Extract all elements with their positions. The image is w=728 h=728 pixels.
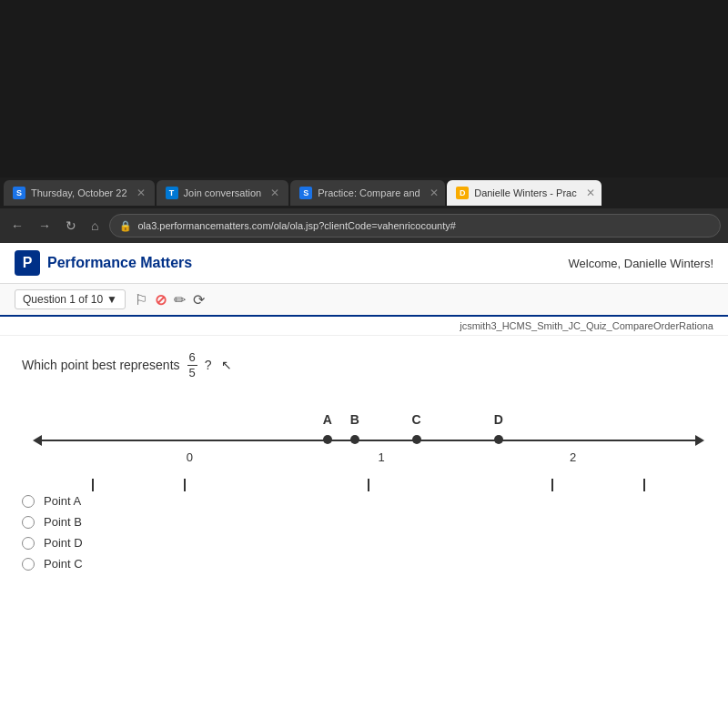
- no-icon[interactable]: ⊘: [155, 291, 167, 308]
- radio-1[interactable]: [22, 516, 35, 529]
- lock-icon: 🔒: [119, 220, 132, 232]
- flag-icon[interactable]: ⚐: [135, 291, 147, 308]
- question-text-after: ?: [205, 358, 212, 372]
- answer-label-1: Point B: [44, 515, 82, 529]
- question-counter[interactable]: Question 1 of 10 ▼: [15, 289, 126, 309]
- tab-3[interactable]: D Danielle Winters - Prac ✕: [447, 180, 602, 206]
- pm-logo: P Performance Matters: [15, 250, 192, 276]
- tab-0[interactable]: S Thursday, October 22 ✕: [4, 180, 155, 206]
- point-a-label: A: [323, 412, 332, 427]
- pm-logo-letter: P: [23, 255, 33, 271]
- answer-choice-0[interactable]: Point A: [22, 494, 706, 508]
- answer-choice-2[interactable]: Point D: [22, 536, 706, 550]
- fraction-denominator: 5: [187, 366, 197, 380]
- tab-close-2[interactable]: ✕: [430, 187, 439, 199]
- fraction: 6 5: [187, 350, 197, 379]
- forward-button[interactable]: →: [35, 217, 55, 235]
- tab-label-3: Danielle Winters - Prac: [474, 187, 576, 198]
- point-b-label: B: [350, 412, 359, 427]
- pm-welcome-text: Welcome, Danielle Winters!: [569, 257, 713, 270]
- question-bar: Question 1 of 10 ▼ ⚐ ⊘ ✏ ⟳: [0, 284, 728, 317]
- question-counter-arrow: ▼: [106, 293, 117, 306]
- point-d-dot: [494, 435, 503, 444]
- number-line-container: 0 1 2 A B C D: [22, 394, 706, 476]
- tab-close-0[interactable]: ✕: [136, 187, 146, 199]
- tick-label-1: 1: [378, 450, 384, 464]
- tick-4: [643, 479, 645, 491]
- pencil-icon[interactable]: ✏: [174, 291, 186, 308]
- browser-chrome: S Thursday, October 22 ✕ T Join conversa…: [0, 177, 728, 243]
- refresh-icon[interactable]: ⟳: [193, 291, 205, 308]
- answer-label-0: Point A: [44, 494, 81, 508]
- quiz-label: jcsmith3_HCMS_Smith_JC_Quiz_CompareOrder…: [0, 317, 728, 336]
- pm-logo-icon: P: [15, 250, 40, 276]
- address-text: ola3.performancematters.com/ola/ola.jsp?…: [137, 220, 455, 231]
- tab-icon-3: D: [456, 187, 469, 199]
- tab-2[interactable]: S Practice: Compare and ✕: [290, 180, 445, 206]
- question-body: Which point best represents 6 5 ? ↖ 0 1 …: [0, 336, 728, 592]
- answer-choice-3[interactable]: Point C: [22, 557, 706, 571]
- radio-3[interactable]: [22, 558, 35, 571]
- tick-2: [368, 479, 369, 491]
- tab-1[interactable]: T Join conversation ✕: [157, 180, 289, 206]
- question-text: Which point best represents 6 5 ? ↖: [22, 350, 706, 379]
- point-b-dot: [350, 435, 359, 444]
- tab-label-2: Practice: Compare and: [318, 187, 420, 198]
- toolbar-icons: ⚐ ⊘ ✏ ⟳: [135, 291, 205, 308]
- reload-button[interactable]: ↻: [62, 217, 80, 235]
- tab-bar: S Thursday, October 22 ✕ T Join conversa…: [0, 177, 728, 208]
- answer-choice-1[interactable]: Point B: [22, 515, 706, 529]
- radio-2[interactable]: [22, 537, 35, 550]
- answer-choices: Point A Point B Point D Point C: [22, 494, 706, 571]
- point-c-label: C: [412, 412, 421, 427]
- address-bar[interactable]: 🔒 ola3.performancematters.com/ola/ola.js…: [109, 214, 721, 238]
- fraction-numerator: 6: [187, 350, 197, 366]
- page-content: P Performance Matters Welcome, Danielle …: [0, 243, 728, 728]
- number-line: [40, 440, 697, 441]
- back-button[interactable]: ←: [7, 217, 27, 235]
- point-d-label: D: [494, 412, 503, 427]
- radio-0[interactable]: [22, 495, 35, 508]
- tab-label-1: Join conversation: [184, 187, 262, 198]
- question-text-before: Which point best represents: [22, 358, 180, 372]
- point-c-dot: [412, 435, 421, 444]
- tick-label-0: 0: [187, 450, 193, 464]
- tab-close-1[interactable]: ✕: [270, 187, 279, 199]
- quiz-id: jcsmith3_HCMS_Smith_JC_Quiz_CompareOrder…: [460, 320, 713, 331]
- answer-label-3: Point C: [44, 557, 83, 571]
- cursor-arrow-icon: ↖: [221, 358, 232, 372]
- answer-label-2: Point D: [44, 536, 83, 550]
- home-button[interactable]: ⌂: [87, 217, 102, 235]
- tick-3: [551, 479, 553, 491]
- pm-header: P Performance Matters Welcome, Danielle …: [0, 243, 728, 284]
- tab-icon-2: S: [299, 187, 312, 199]
- address-bar-row: ← → ↻ ⌂ 🔒 ola3.performancematters.com/ol…: [0, 208, 728, 243]
- tab-label-0: Thursday, October 22: [31, 187, 127, 198]
- tab-close-3[interactable]: ✕: [586, 187, 595, 199]
- pm-app-name: Performance Matters: [47, 255, 192, 271]
- tab-icon-1: T: [166, 187, 178, 199]
- tick-0: [92, 479, 94, 491]
- tick-1: [184, 479, 186, 491]
- dark-background: [0, 0, 728, 177]
- question-counter-label: Question 1 of 10: [23, 293, 103, 306]
- point-a-dot: [323, 435, 332, 444]
- tick-label-2: 2: [570, 450, 576, 464]
- tab-icon-0: S: [13, 187, 25, 199]
